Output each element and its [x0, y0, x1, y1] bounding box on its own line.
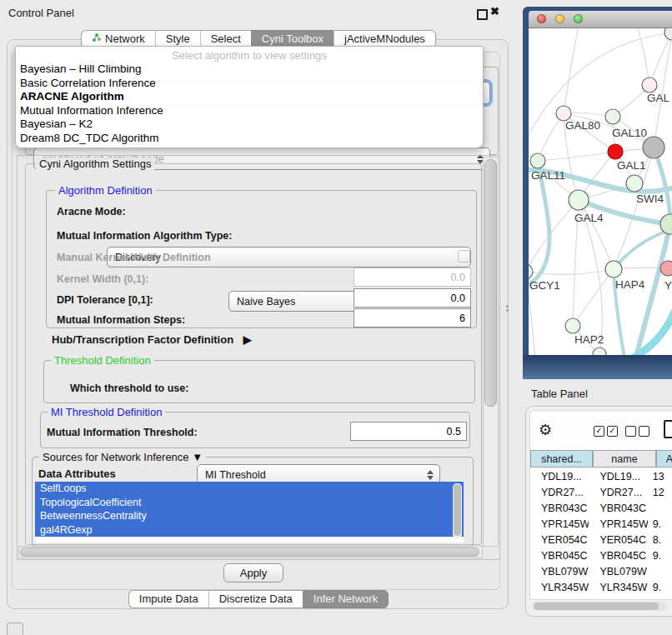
network-graph[interactable]: GAL80GALGAL10GAL1GAL11SWI4GAL4GCY1HAP4YH… [529, 28, 672, 355]
attribute-item-betweennesscentrality[interactable]: BetweennessCentrality [35, 509, 464, 523]
table-cell[interactable]: YDR27... [589, 484, 647, 500]
minimized-window-icon[interactable] [7, 622, 23, 635]
network-node[interactable] [593, 348, 606, 355]
network-node-hap4[interactable] [605, 261, 622, 278]
column-header-shared[interactable]: shared... [530, 450, 593, 468]
collapse-arrow-icon[interactable]: ▼ [192, 451, 203, 463]
table-row[interactable]: YER054CYER054C8. [530, 532, 672, 548]
table-cell[interactable]: YER054C [589, 532, 647, 548]
table-row[interactable]: YDL19...YDL19...13 [530, 468, 672, 484]
gear-icon[interactable]: ⚙ [539, 421, 552, 439]
network-view-frame-bottom [523, 355, 672, 379]
dpi-tolerance-field[interactable]: 0.0 [354, 288, 471, 308]
table-cell[interactable]: 9 [648, 595, 672, 599]
dropdown-prompt: Select algorithm to view settings [16, 49, 483, 62]
attribute-item-gal4rgexp[interactable]: gal4RGexp [35, 523, 464, 538]
algorithm-option-bayesian-hill-climbing[interactable]: Bayesian – Hill Climbing [16, 62, 483, 77]
vertical-scrollbar-thumb[interactable] [484, 159, 497, 407]
table-cell[interactable]: YBR043C [589, 500, 647, 516]
table-cell[interactable]: YLR345W [589, 579, 647, 595]
table-cell[interactable]: YBL079W [589, 563, 647, 579]
network-node[interactable] [643, 137, 664, 158]
table-cell[interactable] [648, 500, 672, 516]
network-node-y[interactable] [660, 261, 672, 276]
table-cell[interactable]: YDL19... [589, 468, 647, 484]
algorithm-option-dream8-dc-tdc-algorithm[interactable]: Dream8 DC_TDC Algorithm [16, 132, 483, 146]
table-cell[interactable]: YPR145W [530, 516, 589, 532]
float-window-icon[interactable] [477, 9, 488, 20]
settings-horizontal-scrollbar[interactable] [18, 546, 483, 558]
attribute-list-scrollbar-thumb[interactable] [454, 484, 461, 536]
attribute-item-selfloops[interactable]: SelfLoops [35, 482, 464, 496]
table-cell[interactable]: 9. [648, 579, 672, 595]
algorithm-option-mutual-information-inference[interactable]: Mutual Information Inference [16, 104, 483, 118]
table-row[interactable]: YPR145WYPR145W9. [530, 516, 672, 532]
settings-vertical-scrollbar[interactable] [483, 157, 499, 547]
table-cell[interactable]: YBR045C [530, 548, 589, 563]
column-header-a[interactable]: A [656, 450, 672, 468]
deselect-all-columns-icon[interactable] [625, 426, 649, 437]
data-attributes-list[interactable]: SelfLoopsTopologicalCoefficientBetweenne… [35, 482, 464, 542]
mi-threshold-label: Mutual Information Threshold: [47, 427, 198, 438]
network-node-gal1[interactable] [608, 144, 623, 159]
algorithm-option-bayesian-k2[interactable]: Bayesian – K2 [16, 118, 483, 132]
mi-steps-field[interactable]: 6 [354, 308, 471, 328]
table-cell[interactable] [648, 563, 672, 579]
table-cell[interactable]: YBR043C [530, 500, 589, 516]
table-row[interactable]: YDR27...YDR27...12 [530, 484, 672, 500]
network-node[interactable] [664, 28, 672, 40]
close-button[interactable] [537, 14, 546, 23]
close-panel-icon[interactable]: ✖ [490, 5, 499, 18]
table-cell[interactable]: 13 [648, 468, 672, 484]
column-header-name[interactable]: name [593, 450, 656, 468]
table-row[interactable]: YIL052CYIL052C9 [530, 595, 672, 599]
expand-arrow-icon[interactable]: ▶ [243, 333, 252, 346]
algorithm-option-aracne-algorithm[interactable]: ARACNE Algorithm [16, 90, 483, 104]
hub-definition-toggle[interactable]: Hub/Transcription Factor Definition ▶ [52, 333, 252, 346]
table-cell[interactable]: 9. [648, 548, 672, 563]
network-node-gcy1[interactable] [529, 264, 533, 279]
table-cell[interactable]: YDL19... [530, 468, 589, 484]
bottom-tab-discretize-data[interactable]: Discretize Data [208, 590, 303, 608]
table-cell[interactable]: 8. [648, 532, 672, 548]
algorithm-option-basic-correlation-inference[interactable]: Basic Correlation Inference [16, 77, 483, 91]
table-row[interactable]: YBR045CYBR045C9. [530, 548, 672, 563]
table-cell[interactable]: YER054C [530, 532, 589, 548]
network-canvas[interactable]: GAL80GALGAL10GAL1GAL11SWI4GAL4GCY1HAP4YH… [529, 28, 672, 355]
attribute-list-scrollbar[interactable] [453, 483, 462, 538]
table-cell[interactable]: 9. [648, 516, 672, 532]
network-node-swi4[interactable] [626, 175, 643, 192]
horizontal-scrollbar-thumb[interactable] [20, 548, 479, 557]
minimize-button[interactable] [555, 14, 564, 23]
table-cell[interactable]: YDR27... [530, 484, 589, 500]
network-node-gal11[interactable] [530, 153, 545, 168]
table-cell[interactable]: YIL052C [589, 595, 647, 599]
bottom-tab-impute-data[interactable]: Impute Data [128, 590, 208, 608]
apply-button[interactable]: Apply [223, 563, 283, 582]
table-row[interactable]: YLR345WYLR345W9. [530, 579, 672, 595]
table-scrollbar-thumb[interactable] [534, 602, 659, 610]
table-cell[interactable]: 12 [648, 484, 672, 500]
zoom-button[interactable] [574, 14, 583, 23]
network-node-gal[interactable] [642, 78, 657, 92]
table-cell[interactable]: YPR145W [589, 516, 647, 532]
table-horizontal-scrollbar[interactable] [532, 602, 667, 611]
splitter-handle[interactable] [506, 305, 509, 312]
data-attributes-label: Data Attributes [38, 468, 116, 480]
table-cell[interactable]: YLR345W [530, 579, 589, 595]
attribute-item-topologicalcoefficient[interactable]: TopologicalCoefficient [35, 496, 464, 510]
network-node-gal4[interactable] [569, 190, 589, 210]
network-node-gal10[interactable] [605, 109, 620, 124]
network-window-titlebar[interactable] [529, 11, 672, 28]
mi-threshold-field[interactable]: 0.5 [350, 422, 467, 441]
bottom-tab-infer-network[interactable]: Infer Network [303, 590, 389, 608]
sources-group-title[interactable]: Sources for Network Inference ▼ [39, 451, 206, 463]
table-row[interactable]: YBR043CYBR043C [530, 500, 672, 516]
select-all-columns-icon[interactable]: ✓✓ [594, 426, 618, 437]
table-row[interactable]: YBL079WYBL079W [530, 563, 672, 579]
network-node-hap2[interactable] [565, 318, 580, 333]
document-icon[interactable] [664, 420, 672, 438]
table-cell[interactable]: YIL052C [530, 595, 589, 599]
table-cell[interactable]: YBL079W [530, 563, 589, 579]
table-cell[interactable]: YBR045C [589, 548, 647, 563]
